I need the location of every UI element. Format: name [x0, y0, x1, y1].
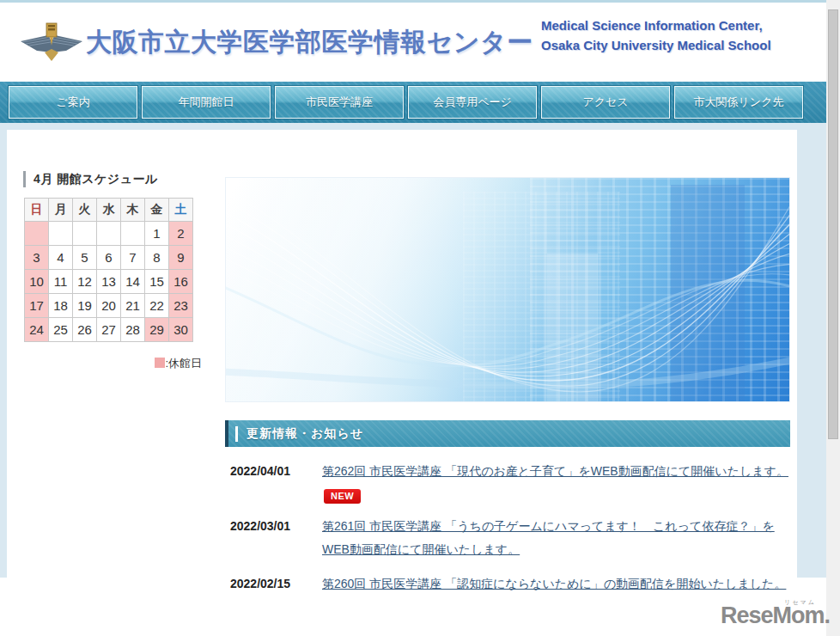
- university-logo-icon[interactable]: [19, 20, 84, 64]
- hero-wave-lines: [226, 178, 790, 402]
- weekday-fri: 金: [145, 199, 169, 222]
- nav-button-links[interactable]: 市大関係リンク先: [674, 86, 803, 119]
- calendar-day-cell: 4: [49, 246, 73, 270]
- site-subtitle-en: Medical Science Information Center, Osak…: [541, 15, 771, 55]
- calendar-day-cell: [73, 222, 97, 246]
- calendar-day-cell: [25, 222, 49, 246]
- calendar-day-cell: 15: [145, 270, 169, 294]
- page: 大阪市立大学医学部医学情報センター Medical Science Inform…: [0, 0, 840, 636]
- nav-button-lectures[interactable]: 市民医学講座: [275, 86, 404, 119]
- nav-button-opening-days[interactable]: 年間開館日: [142, 86, 271, 119]
- opening-calendar: 日 月 火 水 木 金 土 12345678910111213141516171…: [24, 198, 193, 342]
- closed-day-label: :休館日: [165, 357, 202, 370]
- calendar-day-cell: 25: [49, 318, 73, 342]
- news-item-link[interactable]: 第262回 市民医学講座 「現代のお産と子育て」をWEB動画配信にて開催いたしま…: [322, 464, 788, 478]
- weekday-wed: 水: [97, 199, 121, 222]
- weekday-sat: 土: [169, 199, 193, 222]
- calendar-legend: :休館日: [24, 356, 202, 371]
- calendar-day-cell: 24: [25, 318, 49, 342]
- calendar-week-row: 17181920212223: [25, 294, 193, 318]
- watermark-ruby: リセマム: [784, 598, 816, 607]
- calendar-title-text: 4月 開館スケジュール: [33, 172, 158, 187]
- news-item-link[interactable]: 第261回 市民医学講座 「うちの子ゲームにハマってます！ これって依存症？」を…: [322, 519, 775, 556]
- calendar-week-row: 3456789: [25, 246, 193, 270]
- calendar-day-cell: 16: [169, 270, 193, 294]
- weekday-tue: 火: [73, 199, 97, 222]
- news-item-body: 第262回 市民医学講座 「現代のお産と子育て」をWEB動画配信にて開催いたしま…: [322, 460, 790, 504]
- calendar-day-cell: 9: [169, 246, 193, 270]
- calendar-day-cell: 30: [169, 318, 193, 342]
- calendar-day-cell: 21: [121, 294, 145, 318]
- news-item-link[interactable]: 第260回 市民医学講座 「認知症にならないために」の動画配信を開始いたしました…: [322, 577, 786, 590]
- news-item: 2022/04/01第262回 市民医学講座 「現代のお産と子育て」をWEB動画…: [225, 460, 790, 504]
- calendar-day-cell: 13: [97, 270, 121, 294]
- news-item: 2022/02/15第260回 市民医学講座 「認知症にならないために」の動画配…: [225, 572, 790, 596]
- calendar-day-cell: 3: [25, 246, 49, 270]
- calendar-day-cell: 6: [97, 246, 121, 270]
- closed-day-swatch: [155, 358, 165, 368]
- news-item-body: 第261回 市民医学講座 「うちの子ゲームにハマってます！ これって依存症？」を…: [322, 515, 790, 561]
- calendar-day-cell: 5: [73, 246, 97, 270]
- nav-button-access[interactable]: アクセス: [541, 86, 670, 119]
- weekday-mon: 月: [49, 199, 73, 222]
- hero-image: [225, 177, 790, 402]
- calendar-day-cell: 27: [97, 318, 121, 342]
- main-navigation: ご案内 年間開館日 市民医学講座 会員専用ページ アクセス 市大関係リンク先: [0, 82, 826, 123]
- calendar-day-cell: 1: [145, 222, 169, 246]
- calendar-day-cell: 14: [121, 270, 145, 294]
- resemom-watermark: リセマム ReseMom.: [721, 602, 830, 629]
- calendar-section-title: 4月 開館スケジュール: [23, 171, 158, 187]
- calendar-day-cell: 20: [97, 294, 121, 318]
- calendar-day-cell: 18: [49, 294, 73, 318]
- calendar-day-cell: [49, 222, 73, 246]
- calendar-day-cell: 2: [169, 222, 193, 246]
- calendar-day-cell: 11: [49, 270, 73, 294]
- weekday-thu: 木: [121, 199, 145, 222]
- vertical-scrollbar[interactable]: [826, 0, 840, 636]
- scrollbar-thumb[interactable]: [828, 9, 838, 439]
- calendar-day-cell: 10: [25, 270, 49, 294]
- news-item-body: 第260回 市民医学講座 「認知症にならないために」の動画配信を開始いたしました…: [322, 572, 790, 596]
- weekday-sun: 日: [25, 199, 49, 222]
- new-badge: NEW: [324, 489, 361, 504]
- calendar-day-cell: 19: [73, 294, 97, 318]
- calendar-day-cell: 7: [121, 246, 145, 270]
- calendar-day-cell: 8: [145, 246, 169, 270]
- news-item-date: 2022/03/01: [230, 515, 322, 538]
- nav-button-members-page[interactable]: 会員専用ページ: [408, 86, 537, 119]
- site-subtitle-line2: Osaka City University Medical School: [541, 35, 771, 55]
- calendar-day-cell: 22: [145, 294, 169, 318]
- calendar-week-row: 10111213141516: [25, 270, 193, 294]
- calendar-day-cell: 23: [169, 294, 193, 318]
- nav-button-guide[interactable]: ご案内: [9, 86, 137, 119]
- news-heading-accent-bar: [235, 426, 238, 442]
- site-title: 大阪市立大学医学部医学情報センター: [86, 25, 533, 60]
- calendar-day-cell: 26: [73, 318, 97, 342]
- calendar-week-row: 12: [25, 222, 193, 246]
- calendar-weekday-row: 日 月 火 水 木 金 土: [25, 199, 193, 222]
- news-item: 2022/03/01第261回 市民医学講座 「うちの子ゲームにハマってます！ …: [225, 515, 790, 561]
- calendar-body: 1234567891011121314151617181920212223242…: [25, 222, 193, 342]
- calendar-day-cell: 12: [73, 270, 97, 294]
- calendar-day-cell: 17: [25, 294, 49, 318]
- news-section-header: 更新情報・お知らせ: [225, 420, 790, 447]
- calendar-day-cell: 28: [121, 318, 145, 342]
- news-item-date: 2022/04/01: [230, 460, 322, 483]
- calendar-day-cell: [97, 222, 121, 246]
- calendar-week-row: 24252627282930: [25, 318, 193, 342]
- calendar-day-cell: 29: [145, 318, 169, 342]
- site-subtitle-line1: Medical Science Information Center,: [541, 15, 771, 35]
- section-title-bar: [23, 171, 26, 187]
- news-item-date: 2022/02/15: [230, 572, 322, 596]
- news-list: 2022/04/01第262回 市民医学講座 「現代のお産と子育て」をWEB動画…: [225, 447, 790, 607]
- site-header: 大阪市立大学医学部医学情報センター Medical Science Inform…: [0, 3, 840, 82]
- news-heading: 更新情報・お知らせ: [247, 426, 363, 442]
- calendar-day-cell: [121, 222, 145, 246]
